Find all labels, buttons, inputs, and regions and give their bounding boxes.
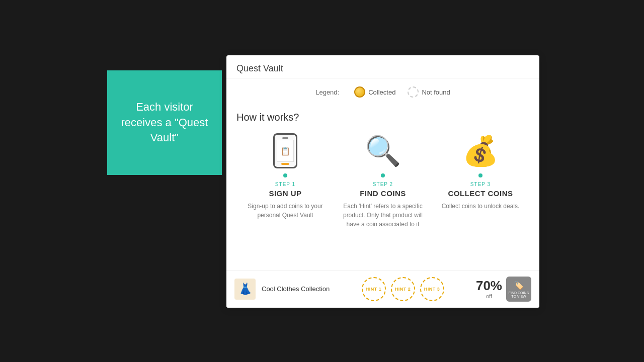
collected-label: Collected (368, 88, 395, 96)
step-2-icon: 🔍 (363, 133, 403, 168)
step-2-name: FIND COINS (360, 189, 406, 198)
step-2-desc: Each 'Hint' refers to a specific product… (343, 202, 423, 229)
left-info-card: Each visitor receives a "Quest Vault" (107, 70, 222, 175)
step-3-dot-row (478, 173, 482, 177)
step-1-desc: Sign-up to add coins to your personal Qu… (245, 202, 326, 220)
step-1-name: SIGN UP (269, 189, 301, 198)
steps-container: 📋 STEP 1 SIGN UP Sign-up to add coins to… (236, 133, 529, 229)
not-found-coin-icon (408, 86, 419, 98)
step-3-desc: Collect coins to unlock deals. (442, 202, 520, 211)
product-name: Cool Clothes Collection (262, 285, 330, 294)
step-1: 📋 STEP 1 SIGN UP Sign-up to add coins to… (245, 133, 326, 220)
legend-row: Legend: Collected Not found (226, 78, 539, 102)
scene: Each visitor receives a "Quest Vault" Qu… (0, 0, 644, 362)
legend-label: Legend: (315, 88, 339, 96)
hint-3-badge[interactable]: HINT 3 (420, 277, 444, 301)
step-1-dot-row (283, 173, 287, 177)
product-thumbnail: 👗 (234, 279, 256, 300)
panel-header: Quest Vault (226, 55, 539, 78)
collected-coin-icon (354, 86, 365, 98)
not-found-label: Not found (422, 88, 450, 96)
hint-2-badge[interactable]: HINT 2 (391, 277, 415, 301)
find-coins-icon: 🏷️ (514, 281, 524, 290)
step-2: 🔍 STEP 2 FIND COINS Each 'Hint' refers t… (343, 133, 423, 229)
step-1-dot (283, 173, 287, 177)
discount-block: 70% off (476, 279, 502, 299)
find-coins-label: FIND COINS TO VIEW (506, 291, 531, 298)
how-it-works-section: How it works? 📋 STEP 1 (226, 102, 539, 270)
product-row: 👗 Cool Clothes Collection HINT 1 HINT 2 … (226, 270, 539, 308)
panel-title: Quest Vault (236, 63, 529, 74)
step-2-dot (381, 173, 385, 177)
step-1-icon: 📋 (265, 133, 305, 168)
legend-collected: Collected (354, 86, 395, 98)
step-3-label: STEP 3 (470, 182, 491, 187)
discount-value: 70% (476, 279, 502, 292)
hint-1-badge[interactable]: HINT 1 (362, 277, 386, 301)
how-it-works-title: How it works? (236, 112, 529, 123)
step-3: 💰 STEP 3 COLLECT COINS Collect coins to … (440, 133, 521, 211)
step-2-dot-row (381, 173, 385, 177)
step-2-label: STEP 2 (373, 182, 393, 187)
discount-area: 70% off 🏷️ FIND COINS TO VIEW (476, 277, 531, 302)
step-1-label: STEP 1 (275, 182, 295, 187)
hints-row: HINT 1 HINT 2 HINT 3 (336, 277, 470, 301)
chest-icon: 💰 (462, 136, 499, 165)
magnifier-icon: 🔍 (365, 136, 401, 165)
step-3-dot (478, 173, 482, 177)
legend-not-found: Not found (408, 86, 450, 98)
discount-off-label: off (486, 293, 492, 299)
step-3-name: COLLECT COINS (448, 189, 513, 198)
find-coins-button[interactable]: 🏷️ FIND COINS TO VIEW (506, 277, 531, 302)
left-card-text: Each visitor receives a "Quest Vault" (119, 100, 210, 146)
main-panel: Quest Vault Legend: Collected Not found … (226, 55, 539, 308)
step-3-icon: 💰 (460, 133, 501, 168)
